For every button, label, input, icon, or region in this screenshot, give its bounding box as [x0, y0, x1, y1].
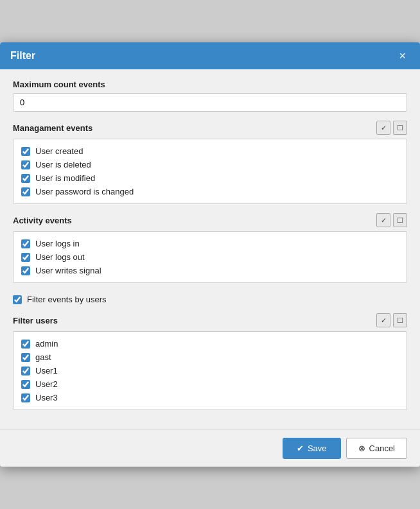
- list-item: User3: [21, 391, 399, 404]
- user1-checkbox[interactable]: [21, 367, 30, 375]
- gast-checkbox[interactable]: [21, 353, 30, 362]
- user1-label: User1: [35, 366, 58, 375]
- list-item: admin: [21, 337, 399, 350]
- list-item: gast: [21, 350, 399, 364]
- user-modified-label: User is modified: [35, 173, 95, 183]
- list-item: User logs in: [21, 237, 399, 250]
- user-password-changed-checkbox[interactable]: [21, 187, 30, 196]
- user-deleted-label: User is deleted: [35, 160, 91, 169]
- admin-checkbox[interactable]: [21, 340, 30, 349]
- save-check-icon: ✔: [297, 444, 304, 453]
- cancel-button[interactable]: ⊗ Cancel: [346, 438, 407, 459]
- management-events-title: Managament events: [13, 123, 92, 133]
- management-events-panel: User created User is deleted User is mod…: [13, 139, 407, 204]
- list-item: User password is changed: [21, 185, 399, 198]
- dialog-header: Filter ×: [0, 42, 420, 69]
- user-modified-checkbox[interactable]: [21, 174, 30, 183]
- cancel-label: Cancel: [369, 444, 395, 453]
- filter-events-by-users-row: Filter events by users: [13, 292, 407, 307]
- save-button[interactable]: ✔ Save: [283, 438, 341, 459]
- cancel-x-icon: ⊗: [358, 444, 365, 453]
- admin-label: admin: [35, 339, 58, 349]
- activity-events-section: Activity events ✓ ☐ User logs in User lo…: [13, 213, 407, 283]
- close-button[interactable]: ×: [395, 49, 410, 63]
- activity-select-all-button[interactable]: ✓: [376, 213, 390, 227]
- activity-events-header: Activity events ✓ ☐: [13, 213, 407, 227]
- management-deselect-all-button[interactable]: ☐: [393, 121, 407, 135]
- activity-events-actions: ✓ ☐: [376, 213, 407, 227]
- user-password-changed-label: User password is changed: [35, 187, 134, 196]
- user-deleted-checkbox[interactable]: [21, 160, 30, 169]
- filter-events-by-users-checkbox[interactable]: [13, 295, 22, 304]
- user3-label: User3: [35, 393, 58, 402]
- user-logs-out-checkbox[interactable]: [21, 253, 30, 262]
- filter-users-deselect-all-button[interactable]: ☐: [393, 313, 407, 327]
- user3-checkbox[interactable]: [21, 393, 30, 402]
- list-item: User is modified: [21, 171, 399, 185]
- filter-users-header: Filter users ✓ ☐: [13, 313, 407, 327]
- filter-users-actions: ✓ ☐: [376, 313, 407, 327]
- filter-users-panel: admin gast User1 User2 User3: [13, 331, 407, 410]
- management-select-all-button[interactable]: ✓: [376, 121, 390, 135]
- activity-deselect-all-button[interactable]: ☐: [393, 213, 407, 227]
- filter-dialog: Filter × Maximum count events Managament…: [0, 42, 420, 467]
- save-label: Save: [308, 444, 327, 453]
- list-item: User is deleted: [21, 158, 399, 171]
- user2-checkbox[interactable]: [21, 380, 30, 389]
- user-logs-out-label: User logs out: [35, 252, 85, 262]
- management-events-section: Managament events ✓ ☐ User created User …: [13, 121, 407, 204]
- filter-users-section: Filter users ✓ ☐ admin gast User1: [13, 313, 407, 410]
- gast-label: gast: [35, 352, 51, 362]
- filter-users-title: Filter users: [13, 316, 58, 325]
- user-logs-in-checkbox[interactable]: [21, 239, 30, 248]
- max-count-label: Maximum count events: [13, 80, 407, 89]
- user-writes-signal-label: User writes signal: [35, 266, 101, 275]
- user2-label: User2: [35, 379, 58, 389]
- filter-users-select-all-button[interactable]: ✓: [376, 313, 390, 327]
- management-events-actions: ✓ ☐: [376, 121, 407, 135]
- list-item: User2: [21, 377, 399, 391]
- list-item: User logs out: [21, 250, 399, 264]
- max-count-input[interactable]: [13, 93, 407, 112]
- activity-events-panel: User logs in User logs out User writes s…: [13, 231, 407, 283]
- dialog-footer: ✔ Save ⊗ Cancel: [0, 429, 420, 467]
- user-created-checkbox[interactable]: [21, 147, 30, 156]
- filter-events-by-users-label: Filter events by users: [27, 295, 107, 304]
- user-created-label: User created: [35, 146, 83, 156]
- list-item: User1: [21, 364, 399, 377]
- activity-events-title: Activity events: [13, 216, 72, 225]
- management-events-header: Managament events ✓ ☐: [13, 121, 407, 135]
- max-count-group: Maximum count events: [13, 80, 407, 112]
- user-writes-signal-checkbox[interactable]: [21, 266, 30, 275]
- dialog-title: Filter: [10, 50, 35, 62]
- list-item: User created: [21, 144, 399, 158]
- user-logs-in-label: User logs in: [35, 239, 80, 248]
- list-item: User writes signal: [21, 264, 399, 277]
- dialog-body: Maximum count events Managament events ✓…: [0, 69, 420, 429]
